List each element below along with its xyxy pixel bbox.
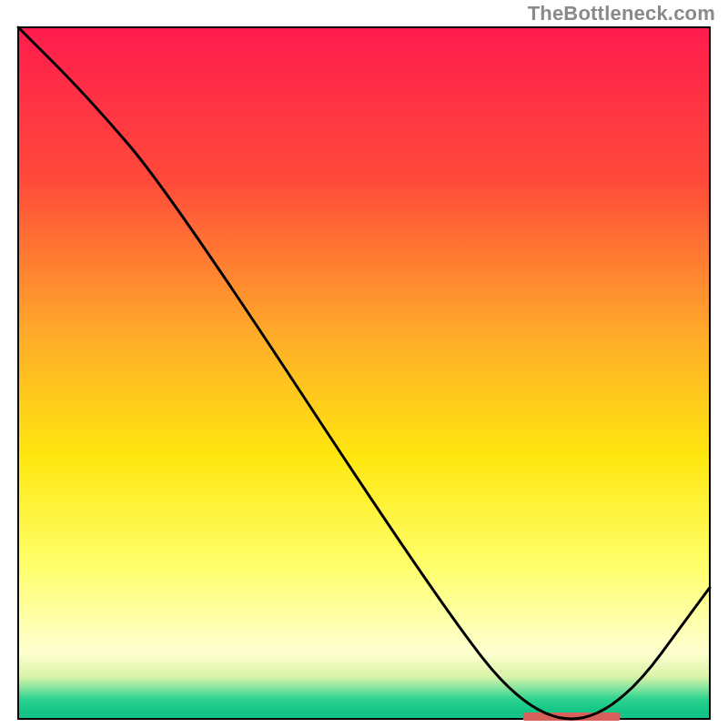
chart-stage: TheBottleneck.com [0, 0, 728, 728]
plot-background [19, 28, 709, 718]
bottleneck-chart [0, 0, 728, 728]
